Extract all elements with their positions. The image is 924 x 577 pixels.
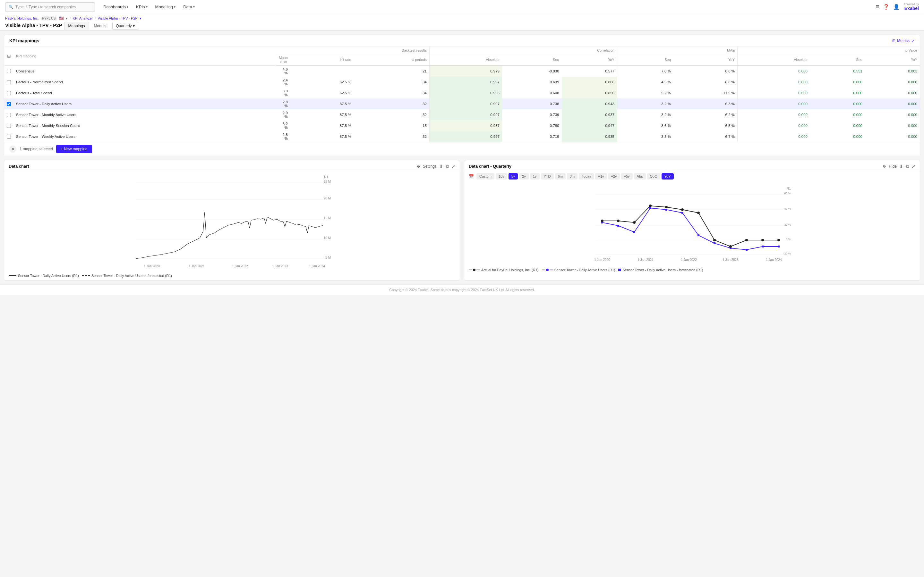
row-hit-rate: 62.5 % — [290, 87, 354, 98]
row-checkbox[interactable] — [7, 91, 11, 95]
nav-modelling[interactable]: Modelling ▾ — [152, 3, 179, 11]
kpi-analyzer-link[interactable]: KPI Analyzer — [73, 16, 93, 20]
legend-sensor-forecast-label: Sensor Tower - Daily Active Users - fore… — [622, 268, 703, 272]
row-mae-yoy: 6.3 % — [674, 98, 738, 109]
time-btn-today[interactable]: Today — [579, 173, 594, 179]
row-checkbox[interactable] — [7, 102, 11, 106]
corr-yoy-subheader: YoY — [562, 54, 617, 66]
time-filter-bar: 📅 Custom 10y 5y 2y 1y YTD 6m 3m Today +1… — [464, 171, 920, 181]
row-pv-abs: 0.000 — [738, 87, 810, 98]
svg-text:10 M: 10 M — [324, 236, 331, 240]
expand-icon-right[interactable]: ⤢ — [911, 164, 915, 169]
row-mean-error: 2.8 % — [276, 131, 290, 142]
row-kpi-name: Consensus — [13, 65, 276, 77]
row-mae-seq: 3.2 % — [617, 109, 673, 120]
legend-item-solid: Sensor Tower - Daily Active Users (R1) — [9, 274, 79, 277]
page-breadcrumb[interactable]: Visible Alpha - TPV - P2P — [98, 16, 137, 20]
quarterly-button[interactable]: Quarterly ▾ — [112, 22, 138, 30]
svg-point-44 — [681, 208, 684, 211]
copy-icon-right[interactable]: ⧉ — [906, 163, 909, 169]
search-sep: / — [26, 5, 27, 9]
data-chart-card: Data chart ⚙ Settings ⬇ ⧉ ⤢ R1 25 M 20 M… — [4, 160, 460, 280]
menu-icon[interactable]: ≡ — [876, 3, 879, 10]
row-mae-seq: 3.3 % — [617, 131, 673, 142]
chart-actions-left: ⚙ Settings ⬇ ⧉ ⤢ — [417, 163, 455, 169]
row-checkbox-cell[interactable] — [4, 120, 13, 131]
nav-kpis[interactable]: KPIs ▾ — [133, 3, 150, 11]
time-btn-10y[interactable]: 10y — [496, 173, 507, 179]
exabel-logo: Exabel — [905, 6, 919, 11]
row-pv-yoy: 0.000 — [865, 77, 920, 87]
copy-icon[interactable]: ⧉ — [446, 163, 449, 169]
chevron-down-icon: ▾ — [174, 5, 176, 9]
row-checkbox-cell[interactable] — [4, 77, 13, 87]
page-dropdown-icon[interactable]: ▾ — [140, 16, 142, 21]
svg-point-48 — [745, 239, 748, 242]
time-btn-6m[interactable]: 6m — [555, 173, 565, 179]
row-checkbox-cell[interactable] — [4, 109, 13, 120]
new-mapping-button[interactable]: + New mapping — [56, 145, 92, 153]
company-name[interactable]: PayPal Holdings, Inc. — [5, 16, 39, 20]
row-kpi-name: Sensor Tower - Monthly Active Users — [13, 109, 276, 120]
svg-point-46 — [713, 239, 716, 242]
periods-subheader: # periods — [354, 54, 430, 66]
mean-error-subheader: Mean error — [276, 54, 290, 66]
svg-text:1 Jan 2024: 1 Jan 2024 — [309, 264, 325, 268]
row-corr-abs: 0.997 — [429, 77, 502, 87]
tab-models[interactable]: Models — [90, 22, 111, 30]
row-hit-rate: 62.5 % — [290, 77, 354, 87]
time-btn-plus1y[interactable]: +1y — [595, 173, 607, 179]
row-checkbox-cell[interactable] — [4, 131, 13, 142]
svg-rect-29 — [633, 231, 635, 233]
svg-rect-36 — [746, 249, 748, 251]
chevron-down-icon: ▾ — [146, 5, 148, 9]
row-checkbox[interactable] — [7, 80, 11, 84]
row-corr-seq: 0.738 — [502, 98, 562, 109]
tab-mappings[interactable]: Mappings — [64, 22, 89, 30]
search-input[interactable] — [29, 5, 91, 9]
nav-data[interactable]: Data ▾ — [180, 3, 198, 11]
settings-label[interactable]: Settings — [423, 164, 437, 169]
time-btn-custom[interactable]: Custom — [477, 173, 494, 179]
row-hit-rate: 87.5 % — [290, 120, 354, 131]
corr-abs-subheader: Absolute — [429, 54, 502, 66]
row-checkbox-cell[interactable] — [4, 98, 13, 109]
time-btn-3m[interactable]: 3m — [567, 173, 577, 179]
time-btn-plus2y[interactable]: +2y — [608, 173, 620, 179]
row-corr-yoy: 0.856 — [562, 87, 617, 98]
time-btn-1y[interactable]: 1y — [530, 173, 540, 179]
help-icon[interactable]: ❓ — [883, 4, 889, 10]
calendar-icon[interactable]: 📅 — [469, 174, 474, 179]
nav-dashboards[interactable]: Dashboards ▾ — [100, 3, 132, 11]
row-checkbox[interactable] — [7, 69, 11, 73]
row-mae-seq: 5.2 % — [617, 87, 673, 98]
hide-label[interactable]: Hide — [889, 164, 897, 169]
charts-row: Data chart ⚙ Settings ⬇ ⧉ ⤢ R1 25 M 20 M… — [4, 160, 920, 280]
search-bar[interactable]: 🔍 Type / — [5, 2, 95, 12]
table-row: Sensor Tower - Weekly Active Users 2.8 %… — [4, 131, 920, 142]
row-checkbox[interactable] — [7, 124, 11, 128]
time-btn-2y[interactable]: 2y — [519, 173, 529, 179]
time-btn-abs[interactable]: Abs — [634, 173, 646, 179]
svg-text:1 Jan 2020: 1 Jan 2020 — [144, 264, 160, 268]
clear-selection-button[interactable]: ✕ — [9, 145, 16, 153]
time-btn-yoy[interactable]: YoY — [662, 173, 674, 179]
dropdown-icon[interactable]: ▾ — [66, 16, 68, 21]
row-mae-yoy: 8.8 % — [674, 77, 738, 87]
row-checkbox-cell[interactable] — [4, 65, 13, 77]
time-btn-ytd[interactable]: YTD — [541, 173, 554, 179]
download-icon[interactable]: ⬇ — [439, 164, 443, 169]
metrics-button[interactable]: ⊞ Metrics ⤢ — [892, 39, 915, 43]
row-checkbox-cell[interactable] — [4, 87, 13, 98]
row-corr-yoy: 0.866 — [562, 77, 617, 87]
row-checkbox[interactable] — [7, 113, 11, 117]
download-icon-right[interactable]: ⬇ — [899, 164, 903, 169]
row-checkbox[interactable] — [7, 135, 11, 139]
collapse-col[interactable]: ⊟ — [4, 47, 13, 65]
user-icon[interactable]: 👤 — [893, 4, 900, 10]
time-btn-plus5y[interactable]: +5y — [621, 173, 633, 179]
time-btn-qoq[interactable]: QoQ — [647, 173, 660, 179]
time-btn-5y[interactable]: 5y — [509, 173, 518, 179]
row-pv-seq: 0.000 — [810, 109, 865, 120]
expand-icon[interactable]: ⤢ — [451, 164, 455, 169]
